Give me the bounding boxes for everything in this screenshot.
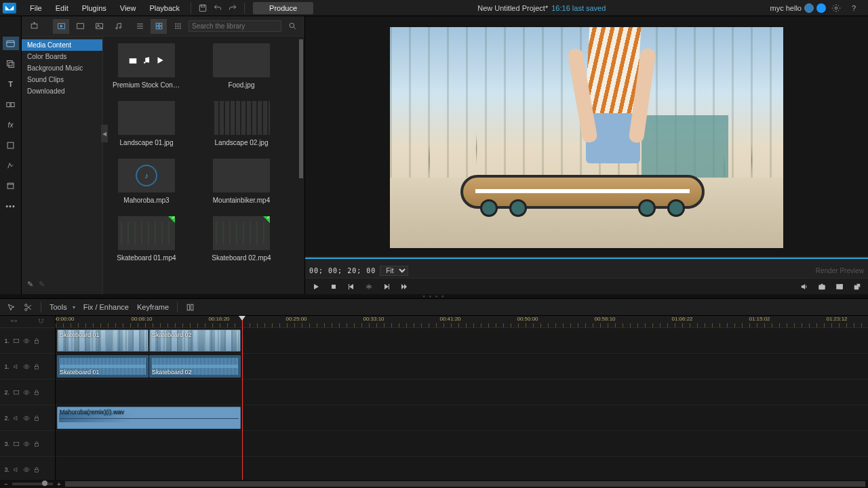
search-icon[interactable]: [284, 19, 300, 34]
particle-room-icon[interactable]: [3, 159, 19, 172]
menu-playback[interactable]: Playback: [142, 4, 186, 12]
track-header[interactable]: 1.: [0, 328, 55, 354]
category-bg-music[interactable]: Background Music: [22, 62, 102, 74]
select-tool-icon[interactable]: [7, 303, 16, 312]
category-downloaded[interactable]: Downloaded: [22, 85, 102, 97]
track-audio-1[interactable]: Skateboard 01 Skateboard 02: [56, 354, 868, 380]
user-avatar-icon[interactable]: [804, 3, 814, 13]
more-rooms-icon[interactable]: •••: [3, 199, 19, 213]
clip-audio[interactable]: Skateboard 01: [57, 355, 149, 378]
media-thumbnail[interactable]: Food.jpg: [208, 43, 275, 89]
media-thumbnail[interactable]: Skateboard 02.mp4: [208, 216, 275, 262]
fx-room-icon[interactable]: fx: [3, 118, 19, 131]
track-header[interactable]: 3.: [0, 431, 55, 457]
time-ruler[interactable]: 00:00:0000:08:1000:16:2000:25:0000:33:10…: [56, 316, 868, 328]
view-grid-icon[interactable]: [151, 19, 167, 34]
search-input[interactable]: [189, 20, 281, 32]
visibility-icon[interactable]: [22, 388, 30, 396]
keyframe-button[interactable]: Keyframe: [137, 303, 169, 311]
zoom-in-icon[interactable]: +: [56, 481, 62, 487]
tracks-area[interactable]: 00:00:0000:08:1000:16:2000:25:0000:33:10…: [56, 316, 868, 480]
overlay-room-icon[interactable]: [3, 138, 19, 152]
visibility-icon[interactable]: [22, 440, 30, 447]
zoom-out-icon[interactable]: −: [3, 481, 9, 487]
redo-icon[interactable]: [225, 1, 240, 15]
track-header[interactable]: 2.: [0, 380, 55, 405]
more-tools-icon[interactable]: [186, 303, 195, 312]
clip-audio-file[interactable]: Mahoroba(remix)(i).wav: [57, 407, 241, 429]
track-audio-3[interactable]: [56, 457, 868, 480]
save-icon[interactable]: [195, 1, 210, 15]
category-color-boards[interactable]: Color Boards: [22, 51, 102, 62]
tag-outline-icon[interactable]: ✎: [39, 280, 45, 289]
menu-plugins[interactable]: Plugins: [75, 4, 113, 12]
fix-enhance-button[interactable]: Fix / Enhance: [83, 303, 129, 311]
clip-video[interactable]: Skateboard 01: [57, 329, 149, 352]
view-list-icon[interactable]: [132, 19, 148, 34]
media-thumbnail[interactable]: Mountainbiker.mp4: [208, 159, 275, 204]
snapshot-icon[interactable]: [815, 281, 829, 293]
layers-room-icon[interactable]: [3, 57, 19, 70]
media-room-icon[interactable]: [3, 37, 19, 50]
track-video-1[interactable]: Skateboard 01 Skateboard 02: [56, 328, 868, 354]
fit-timeline-icon[interactable]: [10, 317, 18, 326]
preview-fit-select[interactable]: Fit: [380, 266, 408, 276]
view-details-icon[interactable]: [170, 19, 186, 34]
tag-icon[interactable]: ✎: [27, 280, 33, 289]
import-media-icon[interactable]: [26, 19, 42, 34]
track-audio-2[interactable]: Mahoroba(remix)(i).wav: [56, 405, 868, 431]
media-thumbnail[interactable]: ♪Mahoroba.mp3: [113, 159, 180, 204]
filter-image-icon[interactable]: [91, 19, 107, 34]
menu-view[interactable]: View: [113, 4, 143, 12]
settings-icon[interactable]: [829, 1, 844, 15]
next-frame-icon[interactable]: [380, 281, 393, 293]
dock-icon[interactable]: [833, 281, 846, 293]
zoom-slider[interactable]: [12, 483, 53, 485]
track-header[interactable]: 3.: [0, 457, 55, 480]
menu-edit[interactable]: Edit: [49, 4, 75, 12]
preview-scrubber[interactable]: [305, 256, 868, 263]
title-room-icon[interactable]: T: [3, 77, 19, 91]
undo-icon[interactable]: [210, 1, 225, 15]
media-thumbnail[interactable]: Premium Stock Cont...: [113, 43, 180, 89]
lock-icon[interactable]: [33, 466, 40, 473]
track-video-2[interactable]: [56, 380, 868, 405]
playhead[interactable]: [242, 316, 243, 480]
produce-button[interactable]: Produce: [253, 2, 313, 14]
lock-icon[interactable]: [33, 363, 40, 370]
media-thumbnail[interactable]: Skateboard 01.mp4: [113, 216, 180, 262]
prev-frame-icon[interactable]: [344, 281, 358, 293]
media-thumbnail[interactable]: Landscape 01.jpg: [113, 101, 180, 146]
filter-all-icon[interactable]: [53, 19, 69, 34]
split-tool-icon[interactable]: [24, 303, 33, 312]
lock-icon[interactable]: [33, 337, 40, 344]
filter-audio-icon[interactable]: [110, 19, 126, 34]
lock-icon[interactable]: [33, 388, 40, 396]
media-thumbnail[interactable]: Landscape 02.jpg: [208, 101, 275, 146]
fast-forward-icon[interactable]: [397, 281, 411, 293]
stop-icon[interactable]: [327, 281, 340, 293]
visibility-icon[interactable]: [22, 414, 30, 422]
library-scrollbar[interactable]: [299, 39, 303, 291]
help-icon[interactable]: ?: [846, 1, 861, 15]
track-video-3[interactable]: [56, 431, 868, 457]
go-start-icon[interactable]: [362, 281, 376, 293]
menu-file[interactable]: File: [23, 4, 49, 12]
category-sound-clips[interactable]: Sound Clips: [22, 74, 102, 85]
mute-icon[interactable]: [797, 281, 811, 293]
visibility-icon[interactable]: [22, 363, 30, 370]
lock-icon[interactable]: [33, 440, 40, 447]
transition-room-icon[interactable]: [3, 98, 19, 111]
tools-menu[interactable]: Tools: [50, 303, 75, 311]
lock-icon[interactable]: [33, 414, 40, 422]
visibility-icon[interactable]: [22, 466, 30, 473]
preview-canvas[interactable]: [305, 16, 868, 255]
popout-icon[interactable]: [850, 281, 864, 293]
visibility-icon[interactable]: [22, 337, 30, 344]
track-header[interactable]: 1.: [0, 354, 55, 380]
cloud-icon[interactable]: [816, 3, 826, 13]
filter-video-icon[interactable]: [72, 19, 88, 34]
clip-video[interactable]: Skateboard 02: [149, 329, 241, 352]
timeline-scrollbar[interactable]: [65, 481, 865, 487]
category-media-content[interactable]: Media Content: [22, 39, 102, 51]
